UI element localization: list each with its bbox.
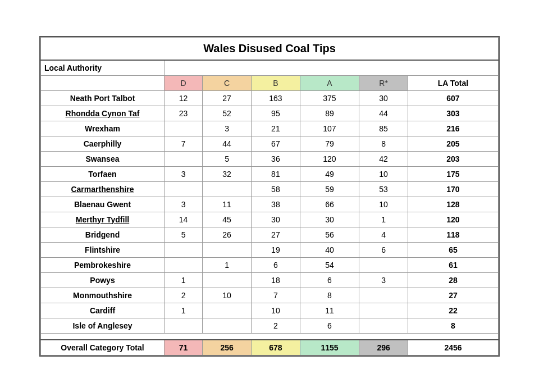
la-name: Merthyr Tydfill (41, 212, 165, 227)
a-val: 375 (300, 90, 359, 106)
c-val: 44 (203, 136, 252, 151)
r-val: 8 (359, 136, 408, 151)
table-row: Wrexham 3 21 107 85 216 (41, 121, 499, 136)
header-d: D (165, 75, 203, 90)
c-val: 32 (203, 166, 252, 181)
la-name: Blaenau Gwent (41, 197, 165, 212)
b-val: 95 (252, 106, 300, 121)
table-row: Bridgend 5 26 27 56 4 118 (41, 227, 499, 242)
c-val: 5 (203, 151, 252, 166)
b-val: 2 (252, 318, 300, 333)
d-val: 3 (165, 197, 203, 212)
table-row: Torfaen 3 32 81 49 10 175 (41, 166, 499, 181)
total-c: 256 (203, 340, 252, 355)
total-val: 61 (408, 257, 498, 272)
a-val: 49 (300, 166, 359, 181)
d-val: 1 (165, 303, 203, 318)
la-name: Monmouthshire (41, 288, 165, 303)
la-name: Powys (41, 272, 165, 288)
total-val: 22 (408, 303, 498, 318)
c-val (203, 242, 252, 257)
total-val: 65 (408, 242, 498, 257)
b-val: 27 (252, 227, 300, 242)
d-val: 23 (165, 106, 203, 121)
d-val: 14 (165, 212, 203, 227)
table-row: Cardiff 1 10 11 22 (41, 303, 499, 318)
total-val: 28 (408, 272, 498, 288)
table-title: Wales Disused Coal Tips (41, 37, 499, 60)
totals-label: Overall Category Total (41, 340, 165, 355)
header-total: LA Total (408, 75, 498, 90)
total-val: 175 (408, 166, 498, 181)
total-val: 203 (408, 151, 498, 166)
b-val: 21 (252, 121, 300, 136)
c-val: 11 (203, 197, 252, 212)
d-val (165, 242, 203, 257)
col-header-row: D C B A R* LA Total (41, 75, 499, 90)
total-val: 118 (408, 227, 498, 242)
total-grand: 2456 (408, 340, 498, 355)
spacer-row (41, 333, 499, 340)
c-val (203, 272, 252, 288)
d-val (165, 121, 203, 136)
main-table-wrapper: Wales Disused Coal Tips Local Authority … (39, 36, 500, 357)
total-val: 8 (408, 318, 498, 333)
a-val: 40 (300, 242, 359, 257)
c-val: 52 (203, 106, 252, 121)
a-val: 66 (300, 197, 359, 212)
la-name: Pembrokeshire (41, 257, 165, 272)
table-row: Powys 1 18 6 3 28 (41, 272, 499, 288)
la-name: Isle of Anglesey (41, 318, 165, 333)
c-val (203, 318, 252, 333)
b-val: 38 (252, 197, 300, 212)
la-name: Torfaen (41, 166, 165, 181)
a-val: 89 (300, 106, 359, 121)
b-val: 7 (252, 288, 300, 303)
c-val: 26 (203, 227, 252, 242)
a-val: 120 (300, 151, 359, 166)
b-val: 81 (252, 166, 300, 181)
table-row: Isle of Anglesey 2 6 8 (41, 318, 499, 333)
d-val (165, 257, 203, 272)
b-val: 6 (252, 257, 300, 272)
a-val: 8 (300, 288, 359, 303)
la-name: Flintshire (41, 242, 165, 257)
c-val: 10 (203, 288, 252, 303)
table-row: Carmarthenshire 58 59 53 170 (41, 181, 499, 197)
la-name: Neath Port Talbot (41, 90, 165, 106)
header-r: R* (359, 75, 408, 90)
header-c: C (203, 75, 252, 90)
d-val: 7 (165, 136, 203, 151)
table-row: Neath Port Talbot 12 27 163 375 30 607 (41, 90, 499, 106)
total-val: 216 (408, 121, 498, 136)
la-name: Carmarthenshire (41, 181, 165, 197)
table-row: Pembrokeshire 1 6 54 61 (41, 257, 499, 272)
b-val: 67 (252, 136, 300, 151)
total-a: 1155 (300, 340, 359, 355)
la-name: Swansea (41, 151, 165, 166)
col-header-subrow: Local Authority (41, 60, 499, 76)
a-val: 54 (300, 257, 359, 272)
b-val: 18 (252, 272, 300, 288)
table-row: Rhondda Cynon Taf 23 52 95 89 44 303 (41, 106, 499, 121)
c-val (203, 181, 252, 197)
table-row: Caerphilly 7 44 67 79 8 205 (41, 136, 499, 151)
r-val (359, 257, 408, 272)
r-val: 3 (359, 272, 408, 288)
r-val (359, 318, 408, 333)
b-val: 30 (252, 212, 300, 227)
la-name: Rhondda Cynon Taf (41, 106, 165, 121)
header-a: A (300, 75, 359, 90)
d-val (165, 318, 203, 333)
b-val: 163 (252, 90, 300, 106)
title-row: Wales Disused Coal Tips (41, 37, 499, 60)
local-auth-header: Local Authority (41, 60, 165, 76)
total-r: 296 (359, 340, 408, 355)
r-val: 1 (359, 212, 408, 227)
d-val: 3 (165, 166, 203, 181)
c-val: 3 (203, 121, 252, 136)
d-val: 2 (165, 288, 203, 303)
totals-row: Overall Category Total 71 256 678 1155 2… (41, 340, 499, 355)
c-val: 27 (203, 90, 252, 106)
table-row: Merthyr Tydfill 14 45 30 30 1 120 (41, 212, 499, 227)
